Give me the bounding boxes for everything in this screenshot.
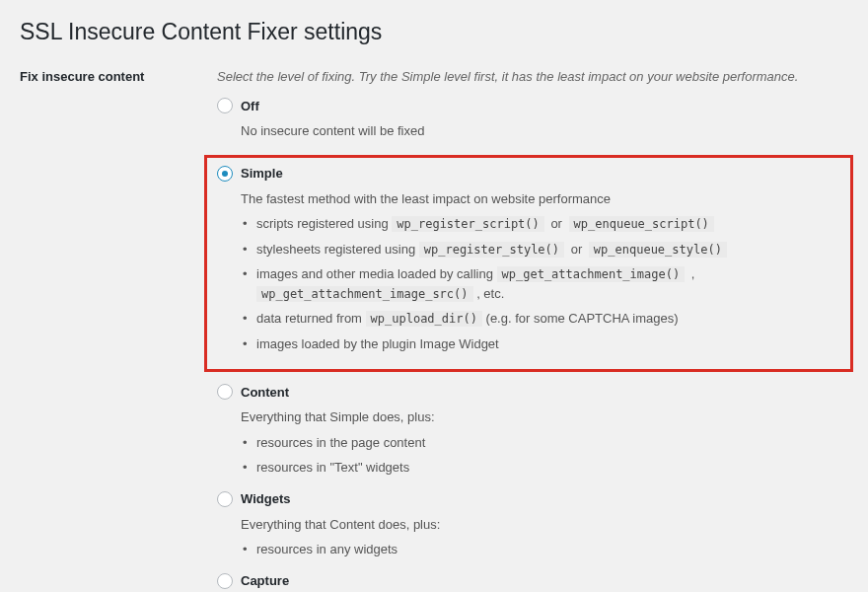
list-item: stylesheets registered using wp_register… — [241, 240, 840, 259]
radio-off[interactable] — [217, 98, 233, 113]
radio-content[interactable] — [217, 384, 233, 400]
option-widgets-desc: Everything that Content does, plus: — [241, 515, 848, 535]
option-content-list: resources in the page content resources … — [241, 433, 848, 478]
option-widgets: Widgets Everything that Content does, pl… — [217, 491, 848, 559]
option-content: Content Everything that Simple does, plu… — [217, 384, 848, 478]
fix-level-fieldset: Select the level of fixing. Try the Simp… — [217, 69, 848, 592]
page-title: SSL Insecure Content Fixer settings — [20, 10, 848, 49]
option-off: Off No insecure content will be fixed — [217, 98, 848, 141]
code-snippet: wp_get_attachment_image_src() — [256, 286, 473, 302]
option-simple-desc: The fastest method with the least impact… — [241, 189, 840, 209]
list-item: data returned from wp_upload_dir() (e.g.… — [241, 309, 840, 329]
option-capture: Capture Everything on the page, from the… — [217, 573, 848, 593]
list-item: images loaded by the plugin Image Widget — [241, 334, 840, 354]
option-simple-list: scripts registered using wp_register_scr… — [241, 214, 840, 353]
radio-content-label[interactable]: Content — [241, 385, 289, 400]
list-item: scripts registered using wp_register_scr… — [241, 214, 840, 234]
radio-widgets-label[interactable]: Widgets — [241, 491, 290, 506]
radio-simple[interactable] — [217, 166, 233, 182]
section-description: Select the level of fixing. Try the Simp… — [217, 69, 848, 84]
radio-off-label[interactable]: Off — [241, 99, 259, 113]
option-widgets-list: resources in any widgets — [241, 540, 848, 559]
option-off-desc: No insecure content will be fixed — [241, 121, 848, 141]
code-snippet: wp_register_script() — [392, 216, 544, 232]
code-snippet: wp_upload_dir() — [366, 311, 482, 327]
code-snippet: wp_enqueue_script() — [569, 216, 714, 232]
option-simple: Simple The fastest method with the least… — [204, 155, 853, 373]
list-item: resources in any widgets — [241, 540, 848, 559]
code-snippet: wp_get_attachment_image() — [497, 266, 686, 282]
radio-simple-label[interactable]: Simple — [241, 166, 283, 181]
list-item: resources in "Text" widgets — [241, 458, 848, 478]
radio-capture[interactable] — [217, 573, 233, 589]
radio-widgets[interactable] — [217, 491, 233, 507]
list-item: images and other media loaded by calling… — [241, 264, 840, 303]
code-snippet: wp_enqueue_style() — [589, 242, 727, 258]
option-content-desc: Everything that Simple does, plus: — [241, 407, 848, 427]
code-snippet: wp_register_style() — [419, 242, 564, 258]
radio-capture-label[interactable]: Capture — [241, 573, 289, 588]
list-item: resources in the page content — [241, 433, 848, 453]
section-label: Fix insecure content — [20, 69, 217, 84]
